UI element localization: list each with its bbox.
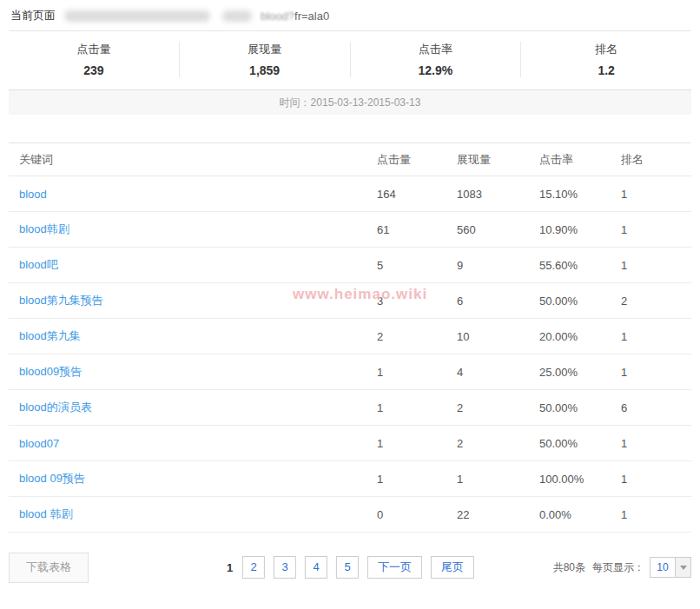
table-row: blood吧5955.60%1 (9, 248, 691, 283)
clicks-cell: 1 (377, 437, 457, 450)
keyword-cell: blood第九集 (19, 328, 377, 344)
keyword-link[interactable]: blood的演员表 (19, 400, 92, 414)
col-header-clicks: 点击量 (377, 152, 457, 168)
impressions-cell: 4 (457, 366, 539, 379)
ctr-cell: 10.90% (539, 223, 621, 236)
rank-cell: 1 (621, 508, 691, 521)
keyword-link[interactable]: blood09预告 (19, 365, 82, 378)
pagination-next-button[interactable]: 下一页 (367, 556, 422, 579)
per-page-label: 每页显示： (592, 560, 644, 575)
rank-cell: 1 (621, 366, 691, 379)
ctr-cell: 55.60% (539, 259, 621, 272)
rank-cell: 1 (621, 223, 691, 236)
clicks-cell: 1 (377, 473, 457, 486)
keyword-cell: blood 09预告 (19, 471, 377, 487)
pagination: 1 2345 下一页 尾页 (221, 556, 479, 579)
current-page-label: 当前页面 (10, 8, 56, 23)
keyword-link[interactable]: blood吧 (19, 258, 58, 271)
keyword-cell: blood07 (19, 437, 377, 450)
redacted-url-block (64, 10, 210, 22)
clicks-cell: 2 (377, 330, 457, 343)
ctr-cell: 20.00% (539, 330, 621, 343)
table-row: blood的演员表1250.00%6 (9, 390, 691, 426)
stat-value: 239 (9, 63, 179, 77)
clicks-cell: 164 (377, 188, 457, 201)
keyword-link[interactable]: blood第九集 (19, 329, 81, 342)
url-blurred-text: blood? (261, 10, 294, 23)
impressions-cell: 2 (457, 401, 539, 414)
clicks-cell: 61 (377, 223, 457, 236)
stat-clicks: 点击量 239 (9, 42, 179, 77)
footer-bar: 下载表格 1 2345 下一页 尾页 共80条 每页显示： 10 (9, 550, 691, 585)
keyword-cell: blood韩剧 (19, 222, 377, 237)
table-row: blood 韩剧0220.00%1 (9, 497, 691, 533)
rank-cell: 1 (621, 437, 691, 450)
per-page-select[interactable]: 10 (650, 557, 691, 578)
keyword-link[interactable]: blood韩剧 (19, 222, 69, 235)
keyword-cell: blood的演员表 (19, 400, 377, 415)
stat-value: 1.2 (521, 63, 691, 77)
ctr-cell: 50.00% (539, 295, 621, 308)
keyword-cell: blood 韩剧 (19, 506, 377, 522)
per-page-dropdown-button[interactable] (675, 558, 690, 577)
keyword-link[interactable]: blood第九集预告 (19, 294, 103, 307)
impressions-cell: 22 (457, 508, 539, 521)
impressions-cell: 2 (457, 437, 539, 450)
per-page-value: 10 (650, 558, 675, 577)
rank-cell: 1 (621, 188, 691, 201)
clicks-cell: 5 (377, 259, 457, 272)
ctr-cell: 15.10% (539, 188, 621, 201)
col-header-keyword: 关键词 (19, 152, 377, 168)
download-table-button[interactable]: 下载表格 (9, 553, 89, 583)
ctr-cell: 50.00% (539, 401, 621, 414)
pagination-pages: 2345 (238, 556, 363, 579)
current-page-bar: 当前页面 blood? fr=ala0 (9, 0, 691, 31)
col-header-ctr: 点击率 (539, 152, 621, 168)
impressions-cell: 1083 (457, 188, 539, 201)
table-row: blood09预告1425.00%1 (9, 354, 691, 390)
stat-label: 展现量 (180, 42, 350, 57)
ctr-cell: 25.00% (539, 366, 621, 379)
rank-cell: 2 (621, 295, 691, 308)
keyword-link[interactable]: blood 09预告 (19, 472, 85, 485)
clicks-cell: 0 (377, 508, 457, 521)
total-count-label: 共80条 (553, 560, 585, 575)
keyword-link[interactable]: blood 韩剧 (19, 507, 72, 520)
impressions-cell: 9 (457, 259, 539, 272)
time-label: 时间： (280, 96, 311, 110)
table-row: blood第九集预告3650.00%2 (9, 283, 691, 319)
stat-label: 点击量 (9, 42, 179, 57)
time-value: 2015-03-13-2015-03-13 (311, 96, 421, 109)
table-row: blood韩剧6156010.90%1 (9, 212, 691, 248)
table-header: 关键词 点击量 展现量 点击率 排名 (9, 142, 691, 176)
pagination-last-button[interactable]: 尾页 (431, 556, 474, 579)
stat-value: 1,859 (180, 63, 350, 77)
keywords-table: 关键词 点击量 展现量 点击率 排名 blood164108315.10%1bl… (9, 142, 691, 533)
pagination-page-button[interactable]: 3 (274, 556, 296, 579)
impressions-cell: 6 (457, 295, 539, 308)
per-page-controls: 共80条 每页显示： 10 (553, 557, 691, 578)
redacted-url-block-2 (222, 10, 252, 22)
clicks-cell: 1 (377, 366, 457, 379)
clicks-cell: 1 (377, 401, 457, 414)
page: 当前页面 blood? fr=ala0 点击量 239 展现量 1,859 点击… (0, 0, 700, 609)
rank-cell: 1 (621, 473, 691, 486)
ctr-cell: 100.00% (539, 473, 621, 486)
rank-cell: 6 (621, 401, 691, 414)
ctr-cell: 0.00% (539, 508, 621, 521)
table-row: blood071250.00%1 (9, 426, 691, 461)
keyword-link[interactable]: blood (19, 188, 47, 201)
pagination-page-button[interactable]: 5 (336, 556, 359, 579)
pagination-page-button[interactable]: 2 (242, 556, 265, 579)
clicks-cell: 3 (377, 295, 457, 308)
col-header-impressions: 展现量 (457, 152, 539, 168)
ctr-cell: 50.00% (539, 437, 621, 450)
table-row: blood 09预告11100.00%1 (9, 461, 691, 497)
pagination-page-button[interactable]: 4 (305, 556, 327, 579)
keyword-link[interactable]: blood07 (19, 437, 59, 450)
url-visible-text: fr=ala0 (294, 10, 329, 23)
stat-label: 排名 (521, 42, 691, 57)
stat-ctr: 点击率 12.9% (350, 42, 521, 77)
table-row: blood164108315.10%1 (9, 176, 691, 212)
impressions-cell: 10 (457, 330, 539, 343)
